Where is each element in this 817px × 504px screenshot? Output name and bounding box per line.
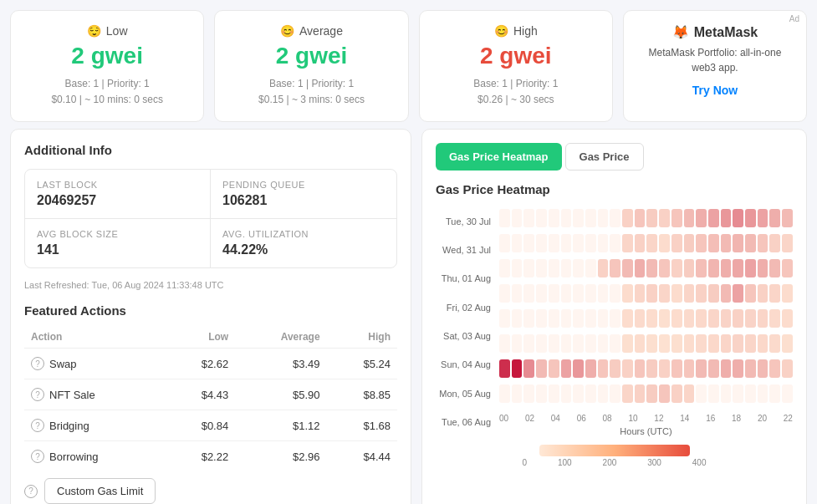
heatmap-cell bbox=[523, 309, 534, 328]
heatmap-cell bbox=[622, 359, 633, 378]
action-avg: $1.12 bbox=[235, 410, 326, 441]
heatmap-cell bbox=[708, 359, 719, 378]
heatmap-day-label: Sat, 03 Aug bbox=[436, 323, 491, 349]
heatmap-cell bbox=[561, 259, 572, 277]
table-row: ? Borrowing $2.22 $2.96 $4.44 bbox=[24, 441, 397, 472]
heatmap-cell bbox=[671, 384, 682, 403]
hour-label: 06 bbox=[577, 414, 586, 423]
metamask-emoji: 🦊 bbox=[672, 24, 689, 40]
heatmap-cell bbox=[549, 284, 559, 303]
heatmap-cell bbox=[499, 359, 510, 378]
heatmap-cell bbox=[708, 284, 719, 303]
hour-label: 18 bbox=[732, 414, 741, 423]
avg-utilization-cell: AVG. UTILIZATION 44.22% bbox=[211, 219, 396, 267]
heatmap-cell bbox=[659, 384, 670, 403]
action-info-icon[interactable]: ? bbox=[31, 357, 44, 370]
custom-gas-limit-button[interactable]: Custom Gas Limit bbox=[44, 478, 156, 504]
heatmap-cell bbox=[684, 384, 695, 403]
heatmap-cell bbox=[549, 309, 559, 328]
action-high: $8.85 bbox=[327, 379, 397, 410]
heatmap-row bbox=[499, 307, 793, 330]
heatmap-cell bbox=[721, 259, 732, 277]
heatmap-cell bbox=[585, 259, 596, 277]
table-row: ? NFT Sale $4.43 $5.90 $8.85 bbox=[24, 379, 397, 410]
heatmap-cell bbox=[549, 334, 559, 353]
heatmap-cell bbox=[696, 384, 707, 403]
gas-low-label: 😌 Low bbox=[28, 24, 186, 38]
legend-tick: 300 bbox=[647, 458, 661, 467]
gas-card-high: 😊 High 2 gwei Base: 1 | Priority: 1 $0.2… bbox=[419, 10, 613, 122]
metamask-ad-card: Ad 🦊 MetaMask MetaMask Portfolio: all-in… bbox=[623, 10, 807, 122]
tab-gas-price[interactable]: Gas Price bbox=[565, 143, 644, 171]
heatmap-cell bbox=[598, 209, 609, 227]
heatmap-cell bbox=[708, 384, 719, 403]
heatmap-cell bbox=[635, 359, 646, 378]
action-high: $4.44 bbox=[327, 441, 397, 472]
heatmap-cell bbox=[512, 384, 523, 403]
action-info-icon[interactable]: ? bbox=[31, 450, 44, 463]
heatmap-cell bbox=[536, 284, 547, 303]
heatmap-cell bbox=[733, 359, 743, 378]
heatmap-row bbox=[499, 332, 793, 355]
heatmap-cell bbox=[585, 234, 596, 252]
heatmap-cell bbox=[610, 309, 620, 328]
heatmap-cell bbox=[523, 384, 534, 403]
action-name-label: Swap bbox=[49, 358, 77, 370]
avg-utilization-label: AVG. UTILIZATION bbox=[222, 229, 385, 239]
heatmap-cell bbox=[536, 359, 547, 378]
high-emoji: 😊 bbox=[494, 24, 508, 38]
hour-label: 14 bbox=[680, 414, 689, 423]
custom-gas-info-icon[interactable]: ? bbox=[24, 485, 38, 498]
col-low: Low bbox=[165, 326, 235, 349]
heatmap-cell bbox=[635, 334, 646, 353]
heatmap-cell bbox=[598, 334, 609, 353]
heatmap-day-label: Mon, 05 Aug bbox=[436, 381, 491, 406]
action-cell: ? Bridging bbox=[24, 410, 165, 441]
last-block-cell: LAST BLOCK 20469257 bbox=[25, 170, 211, 219]
hour-label: 02 bbox=[525, 414, 534, 423]
heatmap-cell bbox=[523, 284, 534, 303]
hour-label: 16 bbox=[706, 414, 715, 423]
heatmap-cell bbox=[659, 209, 670, 227]
heatmap-cell bbox=[684, 209, 695, 227]
action-info-icon[interactable]: ? bbox=[31, 388, 44, 401]
heatmap-cell bbox=[708, 334, 719, 353]
gas-high-label: 😊 High bbox=[437, 24, 595, 38]
ad-badge: Ad bbox=[789, 14, 799, 23]
heatmap-cell bbox=[721, 384, 732, 403]
action-avg: $3.49 bbox=[235, 349, 326, 379]
heatmap-cell bbox=[769, 384, 780, 403]
action-low: $0.84 bbox=[165, 410, 235, 441]
heatmap-cell bbox=[585, 209, 596, 227]
action-info-icon[interactable]: ? bbox=[31, 419, 44, 432]
heatmap-cell bbox=[659, 334, 670, 353]
action-name-label: Bridging bbox=[49, 420, 89, 432]
gas-card-low: 😌 Low 2 gwei Base: 1 | Priority: 1 $0.10… bbox=[10, 10, 204, 122]
metamask-cta[interactable]: Try Now bbox=[641, 84, 789, 97]
heatmap-cell bbox=[721, 234, 732, 252]
heatmap-cell bbox=[708, 309, 719, 328]
col-action: Action bbox=[24, 326, 165, 349]
heatmap-cell bbox=[671, 234, 682, 252]
heatmap-cell bbox=[782, 259, 793, 277]
heatmap-cell bbox=[671, 334, 682, 353]
heatmap-cell bbox=[758, 334, 768, 353]
heatmap-cell bbox=[758, 259, 768, 277]
heatmap-cell bbox=[598, 234, 609, 252]
heatmap-cell bbox=[646, 384, 657, 403]
heatmap-row bbox=[499, 232, 793, 255]
gas-high-cost: $0.26 | ~ 30 secs bbox=[437, 92, 595, 108]
heatmap-cell bbox=[512, 359, 523, 378]
heatmap-cell bbox=[622, 259, 633, 277]
gas-high-gwei: 2 gwei bbox=[437, 43, 595, 69]
gas-low-base: Base: 1 | Priority: 1 bbox=[28, 76, 186, 92]
heatmap-cell bbox=[561, 359, 572, 378]
heatmap-cell bbox=[549, 359, 559, 378]
heatmap-container: Tue, 30 JulWed, 31 JulThu, 01 AugFri, 02… bbox=[436, 206, 793, 436]
heatmap-day-label: Tue, 06 Aug bbox=[436, 410, 491, 435]
heatmap-cell bbox=[646, 309, 657, 328]
heatmap-cell bbox=[598, 309, 609, 328]
heatmap-cell bbox=[758, 359, 768, 378]
heatmap-cell bbox=[733, 384, 743, 403]
tab-gas-price-heatmap[interactable]: Gas Price Heatmap bbox=[436, 143, 562, 171]
